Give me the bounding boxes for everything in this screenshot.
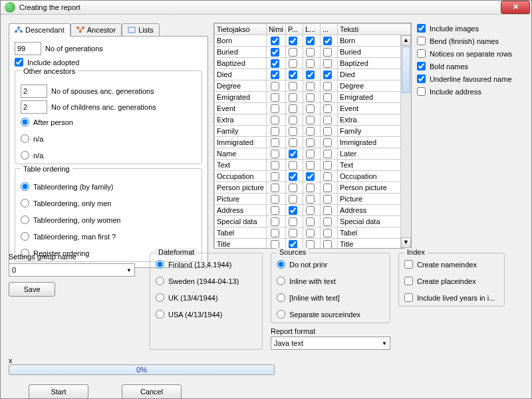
datefmt-uk-radio[interactable]: UK (13/4/1944)	[156, 293, 257, 302]
scroll-thumb[interactable]	[402, 47, 410, 93]
grid-checkbox[interactable]	[306, 184, 315, 192]
spouses-gen-input[interactable]	[21, 84, 47, 98]
grid-checkbox[interactable]	[289, 82, 297, 90]
grid-checkbox[interactable]	[289, 70, 297, 79]
create-placeindex-check[interactable]: Create placeindex	[404, 277, 499, 285]
grid-checkbox[interactable]	[271, 138, 279, 147]
col-teksti[interactable]: Teksti	[338, 24, 411, 35]
grid-checkbox[interactable]	[306, 48, 315, 57]
grid-checkbox[interactable]	[271, 37, 279, 45]
grid-checkbox[interactable]	[271, 240, 279, 249]
include-adopted-check[interactable]: Include adopted	[15, 58, 202, 66]
col-p[interactable]: P...	[286, 24, 303, 35]
grid-checkbox[interactable]	[271, 150, 279, 158]
grid-checkbox[interactable]	[271, 127, 279, 136]
grid-checkbox[interactable]	[306, 240, 315, 249]
grid-checkbox[interactable]	[289, 104, 297, 113]
bold-names-check[interactable]: Bold names	[417, 62, 523, 70]
datefmt-us-radio[interactable]: USA (4/13/1944)	[156, 310, 257, 319]
grid-checkbox[interactable]	[271, 104, 279, 113]
grid-checkbox[interactable]	[306, 150, 315, 158]
grid-checkbox[interactable]	[323, 184, 332, 192]
grid-checkbox[interactable]	[306, 104, 315, 113]
grid-checkbox[interactable]	[271, 70, 279, 79]
children-gen-input[interactable]	[21, 100, 47, 114]
grid-checkbox[interactable]	[289, 37, 297, 45]
datefmt-fi-radio[interactable]: Finland (13.4.1944)	[156, 260, 257, 269]
grid-checkbox[interactable]	[289, 161, 297, 170]
report-format-combo[interactable]: Java text ▼	[271, 336, 390, 350]
grid-checkbox[interactable]	[323, 93, 332, 102]
grid-checkbox[interactable]	[289, 138, 297, 147]
tab-lists[interactable]: Lists	[122, 23, 160, 37]
grid-checkbox[interactable]	[289, 59, 297, 68]
cancel-button[interactable]: Cancel	[122, 384, 182, 399]
grid-checkbox[interactable]	[306, 37, 315, 45]
include-adopted-box[interactable]	[15, 58, 23, 66]
grid-checkbox[interactable]	[306, 217, 315, 226]
include-images-check[interactable]: Include images	[417, 24, 523, 33]
grid-checkbox[interactable]	[306, 195, 315, 203]
grid-checkbox[interactable]	[323, 240, 332, 249]
ord-men-radio[interactable]: Tableordering, only men	[21, 199, 196, 207]
grid-checkbox[interactable]	[323, 229, 332, 237]
grid-checkbox[interactable]	[323, 127, 332, 136]
start-button[interactable]: Start	[29, 384, 88, 399]
grid-checkbox[interactable]	[289, 172, 297, 181]
col-l[interactable]: L...	[303, 24, 321, 35]
src-donotprint-radio[interactable]: Do not prinr	[277, 260, 384, 269]
grid-checkbox[interactable]	[306, 93, 315, 102]
grid-checkbox[interactable]	[306, 138, 315, 147]
grid-checkbox[interactable]	[306, 206, 315, 215]
grid-checkbox[interactable]	[323, 70, 332, 79]
grid-checkbox[interactable]	[271, 82, 279, 90]
grid-checkbox[interactable]	[289, 116, 297, 124]
grid-checkbox[interactable]	[289, 240, 297, 249]
grid-checkbox[interactable]	[271, 206, 279, 215]
grid-checkbox[interactable]	[289, 48, 297, 57]
grid-checkbox[interactable]	[323, 104, 332, 113]
scroll-up-icon[interactable]: ▲	[401, 35, 411, 46]
grid-checkbox[interactable]	[271, 195, 279, 203]
grid-checkbox[interactable]	[289, 150, 297, 158]
grid-checkbox[interactable]	[306, 116, 315, 124]
grid-checkbox[interactable]	[306, 161, 315, 170]
grid-checkbox[interactable]	[323, 138, 332, 147]
col-extra[interactable]: ...	[321, 24, 338, 35]
grid-checkbox[interactable]	[271, 161, 279, 170]
include-address-check[interactable]: Include address	[417, 87, 523, 96]
grid-checkbox[interactable]	[323, 206, 332, 215]
grid-checkbox[interactable]	[289, 217, 297, 226]
grid-checkbox[interactable]	[271, 116, 279, 124]
ord-manfirst-radio[interactable]: Tableordering, man first ?	[21, 232, 196, 241]
col-nimi[interactable]: Nimi	[267, 24, 286, 35]
grid-checkbox[interactable]	[323, 161, 332, 170]
grid-checkbox[interactable]	[306, 82, 315, 90]
grid-checkbox[interactable]	[271, 93, 279, 102]
datefmt-se-radio[interactable]: Sweden (1944-04-13)	[156, 277, 257, 285]
grid-checkbox[interactable]	[306, 70, 315, 79]
grid-checkbox[interactable]	[289, 195, 297, 203]
src-inline-brackets-radio[interactable]: [Inline with text]	[277, 293, 384, 302]
col-tietojakso[interactable]: Tietojakso	[215, 24, 267, 35]
grid-checkbox[interactable]	[271, 59, 279, 68]
grid-checkbox[interactable]	[306, 127, 315, 136]
generations-input[interactable]	[15, 42, 41, 55]
grid-checkbox[interactable]	[306, 229, 315, 237]
create-nameindex-check[interactable]: Create nameindex	[404, 260, 499, 269]
grid-checkbox[interactable]	[323, 195, 332, 203]
grid-checkbox[interactable]	[323, 59, 332, 68]
after-person-radio[interactable]: After person	[21, 118, 196, 126]
ord-women-radio[interactable]: Tableordering, only women	[21, 215, 196, 224]
grid-checkbox[interactable]	[306, 59, 315, 68]
grid-checkbox[interactable]	[323, 116, 332, 124]
settings-group-combo[interactable]: 0 ▼	[9, 263, 135, 277]
grid-checkbox[interactable]	[323, 82, 332, 90]
grid-checkbox[interactable]	[271, 217, 279, 226]
save-button[interactable]: Save	[9, 282, 55, 297]
grid-checkbox[interactable]	[323, 48, 332, 57]
grid-checkbox[interactable]	[271, 184, 279, 192]
grid-checkbox[interactable]	[289, 127, 297, 136]
tab-descendant[interactable]: Descendant	[9, 23, 70, 37]
grid-checkbox[interactable]	[323, 150, 332, 158]
